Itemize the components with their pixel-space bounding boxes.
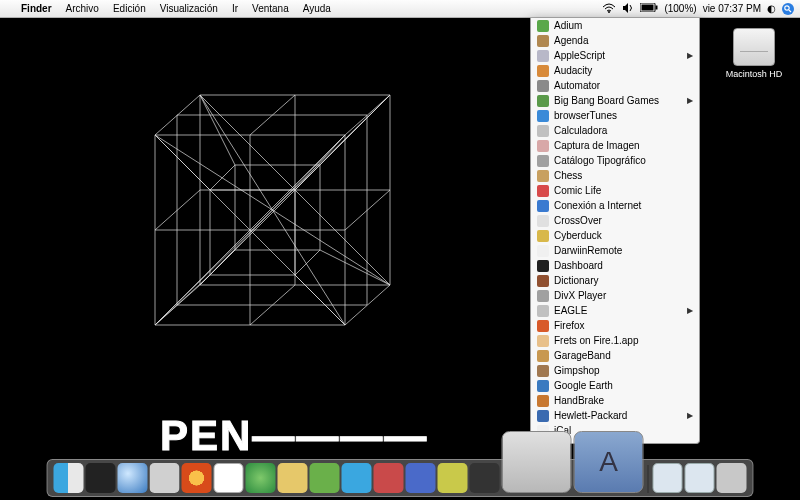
wifi-icon[interactable] — [602, 3, 616, 15]
menu-item[interactable]: Dictionary — [531, 273, 699, 288]
app-icon — [537, 410, 549, 422]
dock-iphoto[interactable] — [278, 463, 308, 493]
svg-line-5 — [789, 9, 791, 11]
dock-app2[interactable] — [406, 463, 436, 493]
menu-item[interactable]: browserTunes — [531, 108, 699, 123]
watermark-text: PEN―――― — [160, 412, 428, 460]
menu-item[interactable]: Frets on Fire.1.app — [531, 333, 699, 348]
menu-ventana[interactable]: Ventana — [245, 0, 296, 18]
app-icon — [537, 170, 549, 182]
app-icon — [537, 80, 549, 92]
app-icon — [537, 230, 549, 242]
menu-item-label: Frets on Fire.1.app — [554, 335, 638, 346]
dock-adium[interactable] — [310, 463, 340, 493]
menubar: Finder Archivo Edición Visualización Ir … — [0, 0, 800, 18]
menu-item[interactable]: HandBrake — [531, 393, 699, 408]
menu-item[interactable]: Agenda — [531, 33, 699, 48]
menu-item[interactable]: Captura de Imagen — [531, 138, 699, 153]
volume-icon[interactable] — [622, 3, 634, 15]
menu-item[interactable]: Chess — [531, 168, 699, 183]
menu-item[interactable]: Firefox — [531, 318, 699, 333]
menu-item[interactable]: Big Bang Board Games▶ — [531, 93, 699, 108]
drive-label: Macintosh HD — [724, 69, 784, 79]
menu-item-label: Calculadora — [554, 125, 607, 136]
dock-ff[interactable] — [182, 463, 212, 493]
dock-ical[interactable] — [214, 463, 244, 493]
menu-item-label: Gimpshop — [554, 365, 600, 376]
menu-item-label: Chess — [554, 170, 582, 181]
menu-item[interactable]: Adium — [531, 18, 699, 33]
dock-itunes[interactable] — [246, 463, 276, 493]
app-icon — [537, 200, 549, 212]
dock-applications-folder[interactable]: A — [574, 431, 644, 493]
battery-percent: (100%) — [664, 3, 696, 14]
dock-globe[interactable] — [118, 463, 148, 493]
drive-icon — [733, 28, 775, 66]
app-icon — [537, 320, 549, 332]
submenu-arrow-icon: ▶ — [687, 306, 693, 315]
menu-ayuda[interactable]: Ayuda — [296, 0, 338, 18]
dock-app4[interactable] — [470, 463, 500, 493]
spotlight-icon[interactable] — [782, 3, 794, 15]
menu-item[interactable]: Gimpshop — [531, 363, 699, 378]
menubar-app[interactable]: Finder — [14, 0, 59, 18]
menu-item-label: DivX Player — [554, 290, 606, 301]
dock-finder[interactable] — [54, 463, 84, 493]
menu-item[interactable]: DivX Player — [531, 288, 699, 303]
battery-icon[interactable] — [640, 3, 658, 14]
dock-app1[interactable] — [374, 463, 404, 493]
menu-item-label: Captura de Imagen — [554, 140, 640, 151]
menu-item-label: Adium — [554, 20, 582, 31]
menu-ir[interactable]: Ir — [225, 0, 245, 18]
app-icon — [537, 395, 549, 407]
menu-item[interactable]: Audacity — [531, 63, 699, 78]
menu-item[interactable]: DarwiinRemote — [531, 243, 699, 258]
menu-extra-icon[interactable]: ◐ — [767, 3, 776, 14]
menu-item[interactable]: Dashboard — [531, 258, 699, 273]
menu-item[interactable]: Google Earth — [531, 378, 699, 393]
dock-dash[interactable] — [86, 463, 116, 493]
dock-magnified-app[interactable] — [502, 431, 572, 493]
svg-rect-2 — [642, 5, 654, 11]
clock[interactable]: vie 07:37 PM — [703, 3, 761, 14]
svg-rect-3 — [656, 6, 658, 10]
applications-menu: AdiumAgendaAppleScript▶AudacityAutomator… — [530, 18, 700, 444]
menu-item[interactable]: GarageBand — [531, 348, 699, 363]
submenu-arrow-icon: ▶ — [687, 96, 693, 105]
app-icon — [537, 50, 549, 62]
menu-archivo[interactable]: Archivo — [59, 0, 106, 18]
dock-win[interactable] — [685, 463, 715, 493]
menu-item-label: Audacity — [554, 65, 592, 76]
menu-item[interactable]: CrossOver — [531, 213, 699, 228]
menu-item[interactable]: Calculadora — [531, 123, 699, 138]
menu-item-label: Agenda — [554, 35, 588, 46]
dock-win[interactable] — [653, 463, 683, 493]
app-icon — [537, 95, 549, 107]
menu-item-label: GarageBand — [554, 350, 611, 361]
dock-trash[interactable] — [717, 463, 747, 493]
menu-item[interactable]: Hewlett-Packard▶ — [531, 408, 699, 423]
app-icon — [537, 245, 549, 257]
dock-app3[interactable] — [438, 463, 468, 493]
app-icon — [537, 215, 549, 227]
menu-item-label: AppleScript — [554, 50, 605, 61]
menu-item[interactable]: Cyberduck — [531, 228, 699, 243]
menu-item[interactable]: Conexión a Internet — [531, 198, 699, 213]
desktop-drive[interactable]: Macintosh HD — [724, 28, 784, 79]
menu-visualizacion[interactable]: Visualización — [153, 0, 225, 18]
submenu-arrow-icon: ▶ — [687, 411, 693, 420]
app-icon — [537, 155, 549, 167]
menu-item[interactable]: Comic Life — [531, 183, 699, 198]
menu-item[interactable]: Automator — [531, 78, 699, 93]
menu-item[interactable]: Catálogo Tipográfico — [531, 153, 699, 168]
dock-skype[interactable] — [342, 463, 372, 493]
menu-edicion[interactable]: Edición — [106, 0, 153, 18]
menu-item-label: EAGLE — [554, 305, 587, 316]
menu-item[interactable]: AppleScript▶ — [531, 48, 699, 63]
menu-item[interactable]: EAGLE▶ — [531, 303, 699, 318]
app-icon — [537, 20, 549, 32]
svg-point-0 — [608, 11, 610, 13]
app-icon — [537, 365, 549, 377]
menu-item-label: Catálogo Tipográfico — [554, 155, 646, 166]
dock-mail[interactable] — [150, 463, 180, 493]
